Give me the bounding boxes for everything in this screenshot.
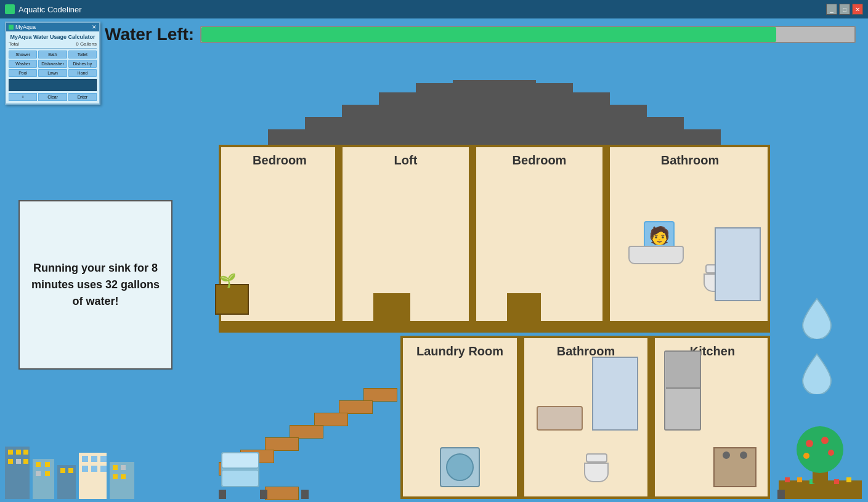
burner-2 (740, 451, 747, 459)
upper-divider-2 (469, 147, 476, 321)
svg-rect-47 (113, 474, 118, 479)
maximize-button[interactable]: □ (839, 4, 850, 15)
minimize-button[interactable]: _ (826, 4, 837, 15)
toilet-lower-bowl (584, 463, 609, 482)
svg-rect-8 (222, 470, 259, 487)
bathtub-upper (628, 246, 684, 264)
water-bar-container (200, 26, 856, 43)
svg-rect-38 (82, 456, 88, 462)
ground-post-2 (260, 490, 267, 499)
svg-rect-26 (8, 459, 13, 464)
house-walls: Bedroom 🌱 Loft Bedroom (219, 145, 770, 502)
calc-icon (9, 25, 14, 30)
total-label: Total (9, 41, 19, 47)
svg-rect-14 (834, 479, 839, 484)
bedroom2-label: Bedroom (476, 153, 602, 168)
svg-rect-5 (453, 80, 536, 86)
svg-rect-45 (113, 465, 118, 470)
pool-button[interactable]: Pool (9, 69, 37, 77)
washer-drum (446, 453, 474, 481)
svg-point-19 (821, 437, 829, 444)
water-drop-1-svg (800, 296, 834, 339)
svg-rect-24 (16, 450, 21, 455)
ice-block (219, 450, 262, 490)
svg-rect-15 (846, 477, 851, 482)
toilet-button[interactable]: Toilet (68, 51, 97, 59)
calc-title: MyAqua (15, 24, 36, 30)
ground-post-3 (301, 490, 309, 499)
fridge-top (666, 352, 700, 389)
ice-svg (219, 450, 262, 490)
toilet-lower-tank (586, 453, 607, 463)
ground-indicators (219, 490, 309, 499)
bedroom2-room: Bedroom (476, 147, 602, 321)
water-bar-fill (201, 27, 776, 42)
upper-divider-3 (602, 147, 610, 321)
ground-post-4 (777, 490, 785, 499)
ground-indicators-right (777, 490, 785, 499)
tree-svg (779, 425, 862, 499)
svg-rect-27 (16, 459, 21, 464)
water-bar-area: Water Left: (105, 25, 856, 44)
burner-1 (723, 451, 730, 459)
water-drop-1 (800, 296, 834, 341)
washer-button[interactable]: Washer (9, 60, 37, 68)
character-sprite: 🧑 (645, 222, 673, 246)
svg-rect-42 (91, 466, 97, 472)
upper-divider-1 (335, 147, 343, 321)
svg-rect-28 (23, 459, 28, 464)
floor-separator (219, 323, 770, 333)
water-drop-2 (800, 351, 834, 397)
ground-post-1 (219, 490, 226, 499)
bedroom1-room: Bedroom 🌱 (221, 147, 338, 321)
washing-machine (440, 447, 480, 487)
dishes-by-hand-button[interactable]: Dishes by (68, 60, 97, 68)
plus-button[interactable]: + (9, 93, 37, 101)
roof (268, 80, 721, 154)
calculator-window: MyAqua ✕ MyAqua Water Usage Calculator T… (5, 22, 100, 105)
plant-icon: 🌱 (219, 273, 236, 289)
app-title: Aquatic Codeliner (18, 5, 824, 14)
hand-button[interactable]: Hand (68, 69, 97, 77)
bathroom-upper-label: Bathroom (610, 153, 770, 168)
calc-action-buttons: + Clear Enter (9, 93, 97, 101)
tree (779, 425, 862, 499)
svg-rect-35 (60, 468, 65, 473)
svg-point-17 (797, 426, 843, 473)
bedroom1-label: Bedroom (221, 153, 338, 168)
calc-subtitle: MyAqua Water Usage Calculator (9, 34, 97, 40)
plant-ledge: 🌱 (215, 284, 249, 315)
titlebar: Aquatic Codeliner _ □ ✕ (0, 0, 868, 18)
calc-display (9, 79, 97, 91)
calc-close-button[interactable]: ✕ (92, 24, 97, 30)
stair-4 (290, 425, 323, 439)
svg-point-20 (828, 450, 834, 456)
dishwasher-button[interactable]: Dishwasher (38, 60, 67, 68)
svg-rect-32 (36, 471, 41, 476)
clear-button[interactable]: Clear (38, 93, 67, 101)
app-icon (5, 4, 15, 14)
bath-button[interactable]: Bath (38, 51, 67, 59)
lawn-button[interactable]: Lawn (38, 69, 67, 77)
svg-rect-41 (82, 466, 88, 472)
bedroom2-door (507, 293, 541, 321)
lower-floor: Laundry Room Bathroom (400, 336, 770, 499)
svg-rect-7 (222, 453, 259, 468)
enter-button[interactable]: Enter (68, 93, 97, 101)
info-box: Running your sink for 8 minutes uses 32 … (18, 200, 172, 370)
shower-button[interactable]: Shower (9, 51, 37, 59)
laundry-label: Laundry Room (403, 344, 517, 358)
svg-point-18 (806, 440, 813, 447)
gallons-label: 0 Gallons (76, 41, 97, 47)
shower-upper (715, 227, 761, 301)
svg-rect-30 (36, 462, 41, 467)
svg-rect-46 (121, 465, 126, 470)
close-button[interactable]: ✕ (852, 4, 863, 15)
lower-divider-1 (517, 338, 524, 496)
house: Bedroom 🌱 Loft Bedroom (219, 80, 770, 502)
water-drop-2-svg (800, 351, 834, 394)
svg-rect-39 (91, 456, 97, 462)
bathroom-sink (537, 406, 583, 431)
shower-lower (592, 357, 638, 431)
fridge (664, 350, 701, 431)
